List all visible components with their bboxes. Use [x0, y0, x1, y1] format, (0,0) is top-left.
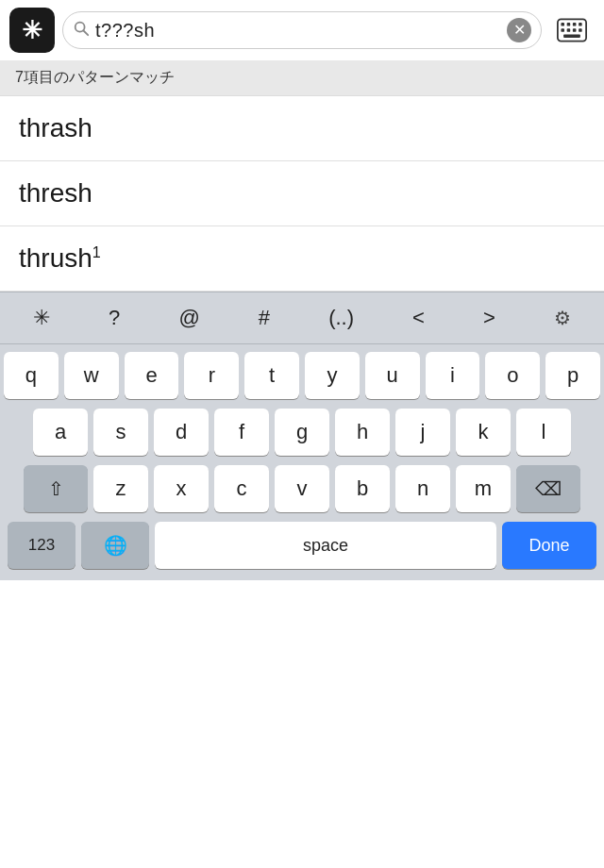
key-t[interactable]: t [244, 352, 299, 399]
key-e[interactable]: e [125, 352, 179, 399]
svg-line-1 [83, 30, 88, 35]
key-p[interactable]: p [545, 352, 600, 399]
done-key[interactable]: Done [502, 522, 596, 569]
svg-rect-11 [563, 34, 580, 38]
key-o[interactable]: o [485, 352, 540, 399]
logo-button[interactable]: ✳ [9, 8, 55, 53]
key-m[interactable]: m [456, 465, 511, 512]
key-d[interactable]: d [154, 409, 209, 456]
globe-key[interactable]: 🌐 [81, 522, 149, 569]
key-z[interactable]: z [93, 465, 148, 512]
key-r[interactable]: r [184, 352, 239, 399]
search-bar[interactable]: t???sh ✕ [62, 11, 542, 49]
keyboard-bottom-row: 123 🌐 space Done [4, 522, 600, 576]
key-l[interactable]: l [516, 409, 571, 456]
key-h[interactable]: h [335, 409, 390, 456]
header: ✳ t???sh ✕ [0, 0, 604, 60]
svg-rect-4 [567, 23, 571, 26]
key-c[interactable]: c [214, 465, 269, 512]
toolbar-key-parens[interactable]: (..) [321, 302, 361, 334]
space-key[interactable]: space [155, 522, 496, 569]
toolbar-key-gt[interactable]: > [476, 302, 503, 334]
toolbar-key-hash[interactable]: # [251, 302, 277, 334]
key-u[interactable]: u [365, 352, 420, 399]
result-item-thrush[interactable]: thrush1 [0, 226, 604, 292]
key-a[interactable]: a [33, 409, 88, 456]
toolbar-key-at[interactable]: @ [171, 302, 207, 334]
toolbar-key-lt[interactable]: < [405, 302, 432, 334]
key-k[interactable]: k [456, 409, 511, 456]
keyboard: q w e r t y u i o p a s d f g h j k l ⇧ … [0, 344, 604, 580]
toolbar-key-gear[interactable]: ⚙ [546, 303, 579, 333]
svg-rect-10 [579, 28, 582, 32]
toolbar-key-question[interactable]: ? [101, 302, 127, 334]
keyboard-row-3: ⇧ z x c v b n m ⌫ [4, 465, 600, 512]
svg-rect-6 [579, 23, 582, 26]
keyboard-row-2: a s d f g h j k l [4, 409, 600, 456]
key-s[interactable]: s [93, 409, 148, 456]
svg-rect-8 [567, 28, 571, 32]
svg-rect-9 [573, 28, 577, 32]
search-input[interactable]: t???sh [95, 20, 507, 42]
toolbar-key-asterisk[interactable]: ✳ [25, 302, 58, 334]
key-f[interactable]: f [214, 409, 269, 456]
shift-key[interactable]: ⇧ [24, 465, 88, 512]
clear-button[interactable]: ✕ [507, 18, 531, 42]
key-j[interactable]: j [395, 409, 450, 456]
numbers-key[interactable]: 123 [8, 522, 76, 569]
key-v[interactable]: v [275, 465, 329, 512]
svg-rect-5 [573, 23, 577, 26]
result-item-thrash[interactable]: thrash [0, 96, 604, 161]
result-word-thrash: thrash [19, 113, 92, 142]
key-g[interactable]: g [275, 409, 329, 456]
result-word-thresh: thresh [19, 178, 92, 208]
key-q[interactable]: q [4, 352, 59, 399]
results-list: thrash thresh thrush1 [0, 96, 604, 292]
search-icon [73, 20, 90, 42]
match-count-bar: 7項目のパターンマッチ [0, 60, 604, 96]
key-y[interactable]: y [305, 352, 360, 399]
key-w[interactable]: w [64, 352, 119, 399]
svg-rect-7 [561, 28, 564, 32]
keyboard-toggle-button[interactable] [549, 8, 595, 53]
logo-icon: ✳ [22, 16, 42, 45]
clear-icon: ✕ [513, 23, 526, 38]
svg-rect-3 [561, 23, 564, 26]
backspace-key[interactable]: ⌫ [516, 465, 580, 512]
key-i[interactable]: i [426, 352, 480, 399]
key-x[interactable]: x [154, 465, 209, 512]
result-item-thresh[interactable]: thresh [0, 161, 604, 226]
keyboard-row-1: q w e r t y u i o p [4, 352, 600, 399]
key-n[interactable]: n [395, 465, 450, 512]
match-count-text: 7項目のパターンマッチ [15, 69, 175, 85]
key-b[interactable]: b [335, 465, 390, 512]
keyboard-toolbar: ✳ ? @ # (..) < > ⚙ [0, 292, 604, 344]
result-word-thrush: thrush1 [19, 243, 101, 273]
